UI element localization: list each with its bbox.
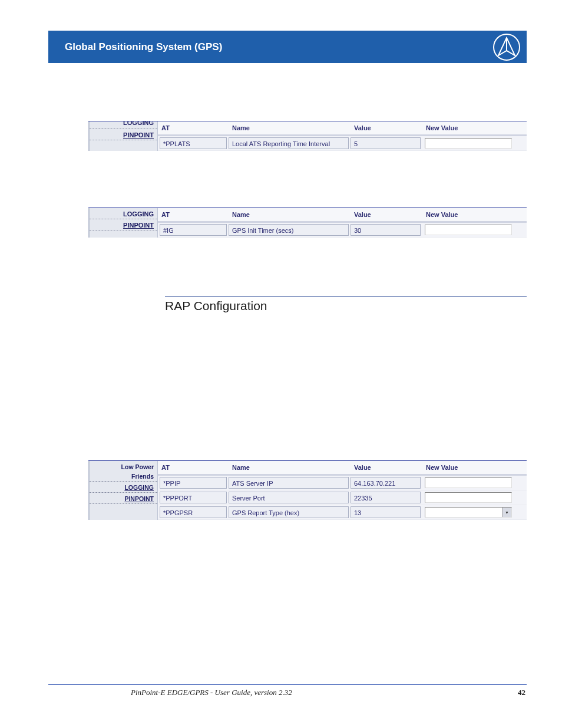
table-header-row: AT Name Value New Value — [158, 121, 527, 136]
table-header-row: AT Name Value New Value — [158, 461, 527, 475]
col-header-at: AT — [158, 208, 229, 222]
cell-at: *PPLATS — [160, 137, 227, 149]
col-header-name: Name — [229, 208, 351, 222]
col-header-new: New Value — [422, 461, 527, 475]
page-header: Global Positioning System (GPS) — [48, 31, 527, 63]
footer-doc-title: PinPoint-E EDGE/GPRS - User Guide, versi… — [131, 688, 292, 697]
header-title: Global Positioning System (GPS) — [65, 41, 222, 53]
col-header-new: New Value — [422, 208, 527, 222]
cell-name: ATS Server IP — [229, 477, 349, 489]
cell-at: *PPPORT — [160, 492, 227, 503]
col-header-at: AT — [158, 461, 229, 475]
footer-page-number: 42 — [518, 688, 525, 697]
settings-table: AT Name Value New Value *PPLATS Local AT… — [158, 121, 527, 151]
new-value-input[interactable] — [425, 138, 512, 149]
config-panel-ig: LOGGING PINPOINT AT Name Value New Value… — [88, 207, 527, 238]
col-header-name: Name — [229, 121, 351, 136]
col-header-value: Value — [351, 461, 422, 475]
chevron-down-icon: ▼ — [502, 508, 511, 517]
col-header-at: AT — [158, 121, 229, 136]
config-panel-rap: Low Power Friends LOGGING PINPOINT AT Na… — [88, 460, 527, 520]
cell-value: 22335 — [351, 492, 421, 503]
cell-name: GPS Report Type (hex) — [229, 506, 349, 518]
sidebar-item-pinpoint[interactable]: PINPOINT — [90, 493, 157, 504]
config-panel-pplats: LOGGING PINPOINT AT Name Value New Value… — [88, 121, 527, 151]
cell-at: *PPGPSR — [160, 506, 227, 518]
cell-value: 64.163.70.221 — [351, 477, 421, 489]
table-row: #IG GPS Init Timer (secs) 30 — [158, 222, 527, 238]
cell-name: GPS Init Timer (secs) — [229, 224, 349, 236]
table-header-row: AT Name Value New Value — [158, 208, 527, 222]
cell-name: Server Port — [229, 492, 349, 503]
brand-logo-icon — [492, 33, 521, 64]
col-header-new: New Value — [422, 121, 527, 136]
cell-at: *PPIP — [160, 477, 227, 489]
table-row: *PPGPSR GPS Report Type (hex) 13 ▼ — [158, 505, 527, 520]
col-header-value: Value — [351, 121, 422, 136]
sidebar-item-logging[interactable]: LOGGING — [90, 121, 157, 129]
section-heading: RAP Configuration — [165, 297, 527, 313]
settings-table: AT Name Value New Value #IG GPS Init Tim… — [158, 208, 527, 238]
cell-value: 5 — [351, 137, 421, 149]
sidebar-item-friends[interactable]: Friends — [90, 470, 157, 482]
new-value-select[interactable]: ▼ — [425, 507, 512, 518]
new-value-input[interactable] — [425, 477, 512, 488]
cell-at: #IG — [160, 224, 227, 236]
col-header-name: Name — [229, 461, 351, 475]
sidebar-item-lowpower[interactable]: Low Power — [90, 461, 157, 470]
sidebar-item-logging[interactable]: LOGGING — [90, 208, 157, 219]
panel-sidebar: Low Power Friends LOGGING PINPOINT — [88, 461, 158, 520]
cell-name: Local ATS Reporting Time Interval (secs) — [229, 137, 349, 149]
sidebar-item-pinpoint[interactable]: PINPOINT — [90, 129, 157, 140]
panel-sidebar: LOGGING PINPOINT — [88, 121, 158, 151]
cell-value: 13 — [351, 506, 421, 518]
page-footer: PinPoint-E EDGE/GPRS - User Guide, versi… — [48, 684, 527, 697]
cell-value: 30 — [351, 224, 421, 236]
new-value-input[interactable] — [425, 225, 512, 235]
table-row: *PPLATS Local ATS Reporting Time Interva… — [158, 136, 527, 151]
table-row: *PPPORT Server Port 22335 — [158, 490, 527, 505]
table-row: *PPIP ATS Server IP 64.163.70.221 — [158, 475, 527, 490]
col-header-value: Value — [351, 208, 422, 222]
new-value-input[interactable] — [425, 492, 512, 503]
sidebar-item-pinpoint[interactable]: PINPOINT — [90, 219, 157, 230]
panel-sidebar: LOGGING PINPOINT — [88, 208, 158, 238]
settings-table: AT Name Value New Value *PPIP ATS Server… — [158, 461, 527, 520]
sidebar-item-logging[interactable]: LOGGING — [90, 482, 157, 493]
